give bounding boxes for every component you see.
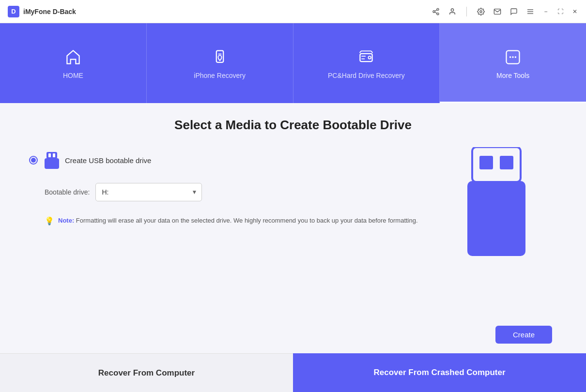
pc-harddrive-icon	[356, 47, 376, 67]
create-button-area: Create	[29, 326, 557, 344]
usb-illustration	[465, 147, 528, 258]
account-icon[interactable]	[448, 7, 457, 16]
recover-from-crashed-button[interactable]: Recover From Crashed Computer	[293, 353, 586, 392]
bootable-drive-label: Bootable drive:	[45, 188, 90, 196]
svg-line-3	[435, 12, 437, 14]
iphone-recovery-icon	[210, 47, 230, 67]
svg-rect-22	[45, 158, 59, 169]
title-bar-icons: − ⛶ ✕	[432, 7, 578, 16]
nav-more-tools-label: More Tools	[496, 72, 529, 79]
nav-item-iphone-recovery[interactable]: iPhone Recovery	[147, 23, 293, 103]
svg-rect-20	[48, 153, 51, 157]
recover-from-computer-button[interactable]: Recover From Computer	[0, 353, 293, 392]
main-content: Select a Media to Create Bootable Drive	[0, 103, 586, 353]
create-button[interactable]: Create	[495, 326, 552, 344]
svg-point-18	[515, 56, 517, 58]
bootable-drive-select[interactable]: H: E: F: G:	[95, 183, 202, 201]
svg-point-12	[369, 56, 371, 59]
note-text: Note: Formatting will erase all your dat…	[58, 216, 418, 226]
svg-point-17	[512, 56, 514, 58]
nav-home-label: HOME	[63, 72, 83, 79]
bootable-drive-row: Bootable drive: H: E: F: G: ▼	[45, 183, 436, 201]
app-logo: D	[8, 6, 19, 17]
usb-option-row: Create USB bootable drive	[29, 152, 436, 168]
left-panel: Create USB bootable drive Bootable drive…	[29, 152, 436, 226]
nav-item-more-tools[interactable]: More Tools	[440, 23, 586, 103]
more-tools-icon	[503, 47, 523, 67]
svg-point-6	[480, 11, 482, 13]
maximize-button[interactable]: ⛶	[557, 8, 564, 15]
usb-option-label: Create USB bootable drive	[65, 156, 151, 165]
nav-iphone-recovery-label: iPhone Recovery	[194, 72, 246, 79]
svg-rect-24	[479, 156, 493, 169]
note-icon: 💡	[45, 216, 54, 226]
nav-item-pc-harddrive[interactable]: PC&Hard Drive Recovery	[293, 23, 440, 103]
note-label: Note:	[58, 217, 74, 224]
content-area: Create USB bootable drive Bootable drive…	[29, 152, 557, 258]
page-title: Select a Media to Create Bootable Drive	[174, 118, 412, 133]
minimize-button[interactable]: −	[542, 8, 549, 15]
svg-rect-26	[467, 181, 525, 256]
usb-radio-button[interactable]	[29, 156, 38, 165]
svg-rect-21	[53, 153, 55, 157]
svg-point-16	[509, 56, 511, 58]
nav-pc-harddrive-label: PC&Hard Drive Recovery	[328, 72, 405, 79]
svg-point-1	[433, 11, 435, 13]
nav-bar: HOME iPhone Recovery PC&Hard Drive Recov…	[0, 23, 586, 103]
separator	[466, 7, 467, 16]
home-icon	[63, 47, 83, 67]
settings-icon[interactable]	[477, 7, 485, 16]
title-bar: D iMyFone D-Back − ⛶ ✕	[0, 0, 586, 23]
share-icon[interactable]	[432, 7, 440, 16]
chat-icon[interactable]	[509, 7, 518, 16]
svg-point-0	[437, 8, 439, 10]
svg-rect-25	[500, 156, 513, 169]
svg-point-2	[437, 13, 439, 15]
svg-rect-19	[46, 152, 57, 159]
usb-small-icon	[45, 152, 58, 168]
bottom-bar: Recover From Computer Recover From Crash…	[0, 353, 586, 392]
app-name: iMyFone D-Back	[23, 8, 76, 15]
svg-rect-11	[360, 53, 372, 61]
svg-point-5	[451, 9, 453, 11]
menu-icon[interactable]	[526, 7, 535, 16]
note-body: Formatting will erase all your data on t…	[76, 217, 418, 224]
nav-item-home[interactable]: HOME	[0, 23, 147, 103]
bootable-drive-select-wrapper: H: E: F: G: ▼	[95, 183, 202, 201]
radio-inner	[31, 158, 36, 163]
svg-line-4	[435, 10, 437, 11]
right-panel	[436, 147, 557, 258]
close-button[interactable]: ✕	[571, 8, 578, 15]
mail-icon[interactable]	[493, 7, 502, 16]
note-section: 💡 Note: Formatting will erase all your d…	[45, 216, 436, 226]
